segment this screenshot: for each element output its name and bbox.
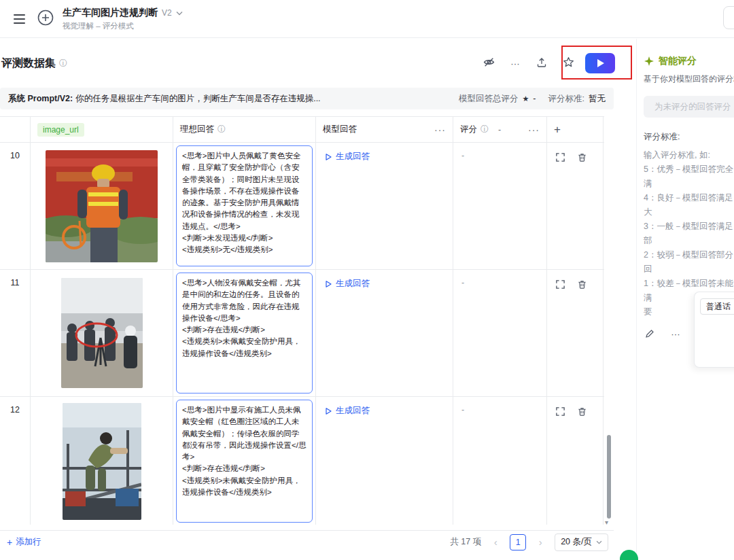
table-row: 11 <: [0, 270, 604, 397]
expand-row-button[interactable]: [554, 405, 566, 417]
smart-score-subtitle: 基于你对模型回答的评分标准，: [644, 73, 734, 85]
dataset-toolbar: ···: [479, 53, 615, 73]
add-column-header: +: [547, 117, 604, 142]
criteria-label: 评分标准:: [548, 93, 584, 105]
pencil-icon: [645, 329, 654, 338]
smart-score-title: 智能评分: [644, 55, 734, 67]
main-area: 评测数据集 ⓘ ···: [0, 39, 635, 560]
system-prompt-text: 你的任务是根据生产车间的图片，判断生产车间是否存在违规操...: [75, 93, 320, 105]
dataset-table: image_url 理想回答 ⓘ 模型回答 ··· 评分 ⓘ - ··· + 1…: [0, 116, 604, 525]
model-answer-header[interactable]: 模型回答 ···: [316, 117, 453, 142]
smart-score-panel: 智能评分 基于你对模型回答的评分标准， 为未评分的回答评分 评分标准: 输入评分…: [636, 39, 734, 560]
system-prompt-bar[interactable]: 系统 Prompt/V2: 你的任务是根据生产车间的图片，判断生产车间是否存在违…: [0, 88, 614, 109]
topbar-cut-button[interactable]: [723, 6, 734, 29]
prev-page-button[interactable]: ‹: [488, 535, 503, 550]
ideal-answer-cell[interactable]: <思考>图片中显示有施工人员未佩戴安全帽（红色圈注区域的工人未佩戴安全帽）；传绿…: [176, 400, 313, 523]
delete-row-button[interactable]: [576, 151, 588, 163]
edit-criteria-button[interactable]: [644, 328, 656, 340]
row-photo-scaffolding: [63, 403, 141, 520]
play-icon: [597, 59, 604, 67]
model-answer-label: 模型回答: [323, 124, 357, 135]
info-icon: ⓘ: [217, 124, 226, 135]
generate-answer-button[interactable]: 生成回答: [324, 405, 370, 417]
trash-icon: [577, 406, 587, 417]
play-outline-icon: [324, 280, 332, 288]
delete-row-button[interactable]: [576, 405, 588, 417]
total-count: 共 17 项: [450, 536, 481, 548]
scrollbar-arrow-icon[interactable]: ▾: [605, 519, 608, 526]
expand-row-button[interactable]: [554, 151, 566, 163]
trash-icon: [577, 152, 587, 162]
score-value: -: [461, 405, 464, 415]
table-footer: + 添加行 共 17 项 ‹ 1 › 20 条/页: [0, 530, 614, 553]
sparkle-icon: [644, 56, 654, 67]
criteria-more-button[interactable]: ···: [669, 328, 682, 340]
chevron-down-icon[interactable]: [176, 7, 183, 18]
expand-icon: [555, 279, 565, 290]
row-index: 10: [10, 143, 20, 160]
score-value: -: [461, 151, 464, 160]
row-photo-workers-outdoor: [61, 278, 143, 388]
play-outline-icon: [324, 153, 332, 161]
version-label: V2: [162, 8, 172, 18]
upload-icon: [536, 57, 547, 70]
scrollbar-thumb[interactable]: [607, 435, 611, 519]
criteria-label: 评分标准:: [644, 131, 734, 143]
upload-button[interactable]: [532, 54, 551, 73]
system-prompt-label: 系统 Prompt/V2:: [8, 93, 73, 105]
row-index: 11: [11, 270, 20, 287]
favorite-button[interactable]: [559, 54, 578, 73]
expand-icon: [555, 152, 565, 162]
pagination: 共 17 项 ‹ 1 › 20 条/页: [450, 533, 608, 551]
table-row: 12: [0, 397, 604, 525]
trash-icon: [577, 279, 587, 290]
add-column-button[interactable]: +: [554, 124, 561, 135]
chevron-down-icon: [596, 540, 602, 544]
ideal-answer-label: 理想回答: [180, 124, 214, 135]
language-popup: 普通话: [694, 292, 734, 368]
ideal-answer-header[interactable]: 理想回答 ⓘ: [173, 117, 316, 142]
dataset-title: 评测数据集: [1, 56, 56, 71]
expand-icon: [555, 406, 565, 417]
run-button[interactable]: [585, 53, 615, 73]
dataset-header: 评测数据集 ⓘ ···: [1, 51, 615, 75]
score-header[interactable]: 评分 ⓘ - ···: [453, 117, 547, 142]
score-unrated-button[interactable]: 为未评分的回答评分: [644, 96, 734, 118]
generate-answer-button[interactable]: 生成回答: [324, 151, 370, 162]
column-more-button[interactable]: ···: [528, 124, 540, 135]
row-index: 12: [10, 397, 20, 415]
menu-icon[interactable]: [10, 9, 30, 29]
next-page-button[interactable]: ›: [533, 535, 548, 550]
image-url-tag: image_url: [37, 123, 84, 137]
image-cell[interactable]: [31, 143, 173, 269]
ideal-answer-cell[interactable]: <思考>图片中人员佩戴了黄色安全帽，且穿戴了安全防护背心（含安全带类装备）；同时…: [176, 145, 313, 266]
hide-column-button[interactable]: [479, 54, 498, 73]
score-value: -: [461, 278, 464, 287]
info-icon: ⓘ: [480, 124, 489, 135]
more-actions-button[interactable]: ···: [506, 54, 525, 73]
prompt-score-summary: 模型回答总评分 ★ - 评分标准: 暂无: [459, 93, 606, 105]
circle-plus-icon[interactable]: [37, 9, 54, 29]
ellipsis-icon: ···: [510, 58, 519, 69]
image-cell[interactable]: [31, 270, 173, 396]
row-photo-worker-vest: [46, 150, 158, 262]
generate-answer-button[interactable]: 生成回答: [324, 278, 370, 290]
mode-subtitle: 视觉理解 – 评分模式: [63, 21, 183, 31]
total-score-value: -: [533, 94, 536, 103]
score-label: 评分: [460, 124, 477, 135]
current-page[interactable]: 1: [510, 534, 526, 550]
table-row: 10: [0, 143, 604, 270]
table-header-row: image_url 理想回答 ⓘ 模型回答 ··· 评分 ⓘ - ··· +: [0, 117, 604, 143]
page-size-select[interactable]: 20 条/页: [555, 533, 608, 551]
page-title: 生产车间图片违规判断: [63, 7, 158, 19]
delete-row-button[interactable]: [576, 278, 588, 290]
expand-row-button[interactable]: [554, 278, 566, 290]
image-column-header[interactable]: image_url: [31, 117, 173, 142]
add-row-button[interactable]: + 添加行: [7, 536, 41, 548]
vertical-scrollbar[interactable]: ▾: [607, 119, 611, 526]
app-title-block: 生产车间图片违规判断 V2 视觉理解 – 评分模式: [63, 7, 183, 31]
language-select[interactable]: 普通话: [700, 298, 734, 315]
image-cell[interactable]: [31, 397, 173, 525]
column-more-button[interactable]: ···: [434, 124, 446, 135]
ideal-answer-cell[interactable]: <思考>人物没有佩戴安全帽，尤其是中间的和左边的任务。且设备的使用方式非常危险，…: [176, 273, 313, 393]
